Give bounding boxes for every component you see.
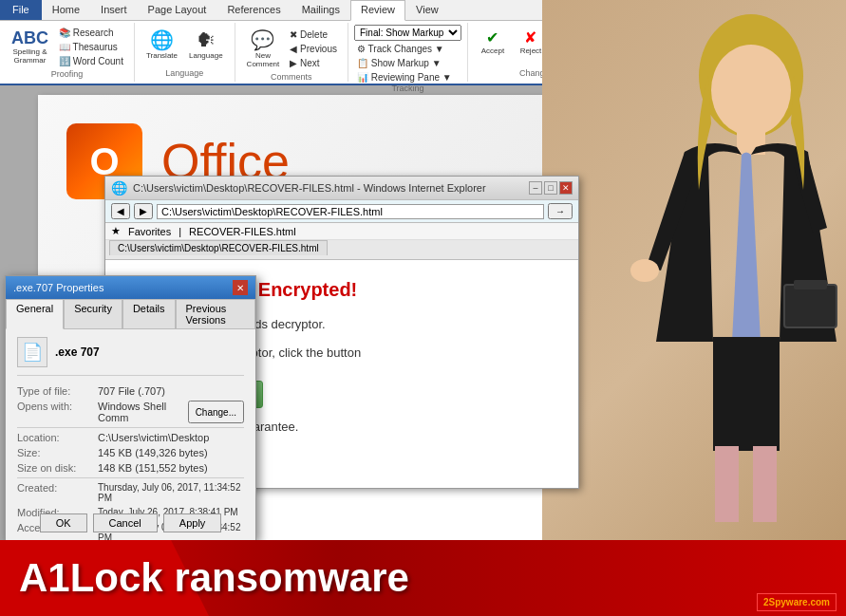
prop-row-size-on-disk: Size on disk: 148 KB (151,552 bytes) <box>17 462 244 474</box>
tab-view[interactable]: View <box>405 0 449 20</box>
svg-rect-4 <box>784 285 837 327</box>
spelling-label: Spelling &Grammar <box>12 47 47 65</box>
dialog-tab-general[interactable]: General <box>6 299 64 329</box>
tracking-controls: Final: Show Markup ⚙ Track Changes ▼ 📋 S… <box>354 25 461 84</box>
tab-mailings[interactable]: Mailings <box>291 0 350 20</box>
ie-minimize-button[interactable]: – <box>529 181 542 195</box>
proofing-label: Proofing <box>51 69 84 81</box>
svg-rect-6 <box>713 337 780 451</box>
spelling-grammar-button[interactable]: ABC Spelling &Grammar <box>8 28 52 66</box>
size-label: Size: <box>17 447 98 458</box>
dialog-tab-previous-versions[interactable]: Previous Versions <box>176 299 255 328</box>
research-button[interactable]: 📚 Research <box>56 27 126 39</box>
banner-logo[interactable]: 2Spyware.com <box>757 593 837 611</box>
reviewing-pane-button[interactable]: 📊 Reviewing Pane ▼ <box>354 71 461 84</box>
bookmark-label[interactable]: RECOVER-FILES.html <box>189 226 295 237</box>
language-buttons: 🌐 Translate 🗣 Language <box>141 25 229 64</box>
prop-row-opens-with: Opens with: Windows Shell Comm Change... <box>17 401 244 423</box>
ribbon-group-proofing: ABC Spelling &Grammar 📚 Research 📖 Thesa… <box>0 23 135 82</box>
show-markup-button[interactable]: 📋 Show Markup ▼ <box>354 57 461 69</box>
new-comment-button[interactable]: 💬 NewComment <box>243 27 284 70</box>
ie-go-button[interactable]: → <box>548 203 573 219</box>
prop-divider <box>17 427 244 428</box>
size-on-disk-label: Size on disk: <box>17 462 98 474</box>
location-value: C:\Users\victim\Desktop <box>98 432 209 443</box>
ie-tabs-bar: C:\Users\victim\Desktop\RECOVER-FILES.ht… <box>105 240 578 260</box>
ie-close-button[interactable]: ✕ <box>559 181 573 195</box>
logo-domain: .com <box>808 597 830 607</box>
ribbon-group-tracking: Final: Show Markup ⚙ Track Changes ▼ 📋 S… <box>348 23 468 82</box>
language-label: Language <box>165 68 203 80</box>
ie-address-input[interactable] <box>157 204 544 219</box>
dialog-title-text: .exe.707 Properties <box>13 282 103 293</box>
ribbon-group-language: 🌐 Translate 🗣 Language Language <box>135 23 235 82</box>
proofing-small-buttons: 📚 Research 📖 Thesaurus 🔢 Word Count <box>56 27 126 67</box>
word-count-button[interactable]: 🔢 Word Count <box>56 55 126 67</box>
abc-icon: ABC <box>11 29 48 47</box>
favorites-separator: | <box>179 226 181 237</box>
language-button[interactable]: 🗣 Language <box>185 28 227 62</box>
prop-divider2 <box>17 477 244 478</box>
ok-button[interactable]: OK <box>40 513 87 532</box>
translate-label: Translate <box>146 51 178 60</box>
reject-label: Reject <box>520 47 542 55</box>
accept-button[interactable]: ✔ Accept <box>476 27 510 57</box>
svg-rect-8 <box>753 446 777 522</box>
favorites-star-icon: ★ <box>111 225 121 237</box>
tab-page-layout[interactable]: Page Layout <box>138 0 217 20</box>
dialog-close-button[interactable]: ✕ <box>233 280 248 295</box>
translate-button[interactable]: 🌐 Translate <box>142 27 181 62</box>
svg-point-1 <box>711 45 791 136</box>
dialog-tab-security[interactable]: Security <box>64 299 122 328</box>
comments-buttons: 💬 NewComment ✖ Delete ◀ Previous ▶ Next <box>241 25 342 72</box>
ie-title-text: C:\Users\victim\Desktop\RECOVER-FILES.ht… <box>133 182 523 194</box>
thesaurus-button[interactable]: 📖 Thesaurus <box>56 41 126 53</box>
person-figure <box>542 0 846 551</box>
tab-references[interactable]: References <box>216 0 291 20</box>
cancel-button[interactable]: Cancel <box>93 513 158 532</box>
new-comment-icon: 💬 <box>251 28 274 51</box>
change-button[interactable]: Change... <box>188 401 244 423</box>
opens-with-label: Opens with: <box>17 401 98 423</box>
ie-icon: 🌐 <box>111 180 127 196</box>
next-comment-button[interactable]: ▶ Next <box>287 57 340 69</box>
ie-maximize-button[interactable]: □ <box>544 181 557 195</box>
tab-review[interactable]: Review <box>350 0 405 21</box>
ie-favorites-bar: ★ Favorites | RECOVER-FILES.html <box>105 223 578 240</box>
person-area <box>542 0 846 616</box>
ie-address-bar: ◀ ▶ → <box>105 200 578 223</box>
tab-file[interactable]: File <box>0 0 42 20</box>
language-icon: 🗣 <box>197 29 216 51</box>
logo-brand: Spyware <box>769 597 808 607</box>
ie-active-tab[interactable]: C:\Users\victim\Desktop\RECOVER-FILES.ht… <box>109 240 328 255</box>
created-value: Thursday, July 06, 2017, 11:34:52 PM <box>98 482 244 503</box>
file-icon: 📄 <box>17 337 47 367</box>
created-label: Created: <box>17 482 98 503</box>
previous-comment-button[interactable]: ◀ Previous <box>287 43 340 55</box>
prop-row-location: Location: C:\Users\victim\Desktop <box>17 432 244 443</box>
comments-label: Comments <box>271 72 312 84</box>
accept-icon: ✔ <box>486 28 498 47</box>
location-label: Location: <box>17 432 98 443</box>
favorites-label[interactable]: Favorites <box>128 226 171 237</box>
ie-title-bar: 🌐 C:\Users\victim\Desktop\RECOVER-FILES.… <box>105 177 578 200</box>
ie-back-button[interactable]: ◀ <box>111 203 130 219</box>
prop-row-type: Type of file: 707 File (.707) <box>17 385 244 397</box>
dialog-footer: OK Cancel Apply <box>6 513 255 532</box>
ie-window-controls: – □ ✕ <box>529 181 573 195</box>
dialog-tab-details[interactable]: Details <box>122 299 176 328</box>
type-value: 707 File (.707) <box>98 385 165 397</box>
svg-point-3 <box>630 259 659 282</box>
apply-button[interactable]: Apply <box>163 513 222 532</box>
prop-row-created: Created: Thursday, July 06, 2017, 11:34:… <box>17 482 244 503</box>
properties-dialog: .exe.707 Properties ✕ General Security D… <box>5 275 256 541</box>
prop-row-size: Size: 145 KB (149,326 bytes) <box>17 447 244 458</box>
delete-button[interactable]: ✖ Delete <box>287 28 340 41</box>
markup-dropdown[interactable]: Final: Show Markup <box>354 25 461 41</box>
language-label: Language <box>189 51 223 60</box>
ie-forward-button[interactable]: ▶ <box>134 203 153 219</box>
type-label: Type of file: <box>17 385 98 397</box>
tab-insert[interactable]: Insert <box>90 0 138 20</box>
tab-home[interactable]: Home <box>42 0 90 20</box>
track-changes-button[interactable]: ⚙ Track Changes ▼ <box>354 43 461 55</box>
